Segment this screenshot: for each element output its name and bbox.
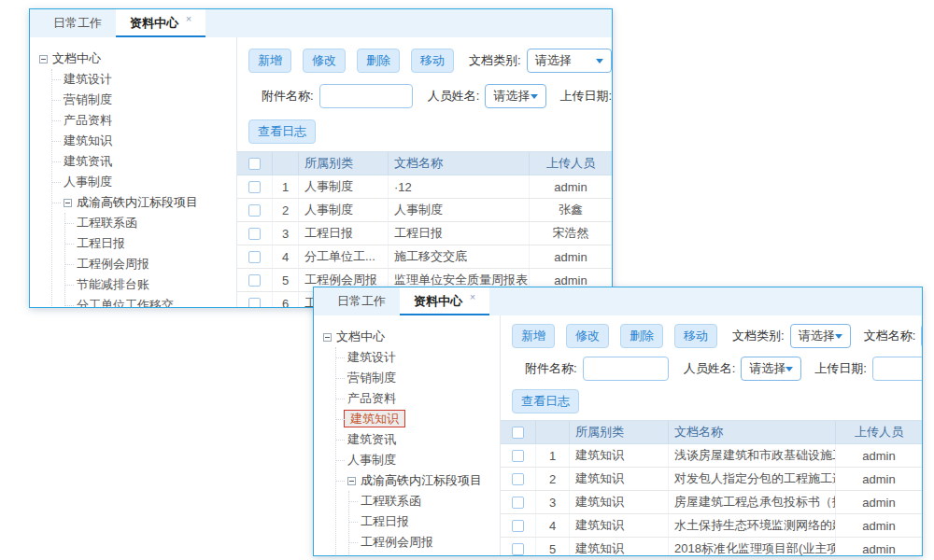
chevron-down-icon xyxy=(531,94,538,99)
tree-item-product-data[interactable]: 产品资料 xyxy=(52,110,236,131)
view-log-button[interactable]: 查看日志 xyxy=(512,389,579,413)
attachment-name-input[interactable] xyxy=(583,357,669,381)
tree-item-daily-report[interactable]: 工程日报 xyxy=(349,511,500,532)
delete-button[interactable]: 删除 xyxy=(357,49,400,73)
tab-label: 资料中心 xyxy=(414,294,462,308)
select-all-checkbox[interactable] xyxy=(512,427,524,439)
document-tree: 文档中心 建筑设计 营销制度 产品资料 建筑知识 建筑资讯 人事制度 成渝高铁内… xyxy=(30,37,237,307)
edit-button[interactable]: 修改 xyxy=(566,324,609,348)
move-button[interactable]: 移动 xyxy=(411,49,454,73)
row-checkbox[interactable] xyxy=(248,181,261,193)
tree-item-project[interactable]: 成渝高铁内江标段项目 xyxy=(52,192,236,213)
tab-bar: 日常工作 资料中心 × xyxy=(314,287,922,315)
tree-item-daily-report[interactable]: 工程日报 xyxy=(65,233,236,254)
edit-button[interactable]: 修改 xyxy=(303,49,346,73)
doc-category-select[interactable]: 请选择 xyxy=(790,324,851,348)
chevron-down-icon xyxy=(835,334,842,339)
collapse-minus-icon[interactable] xyxy=(323,333,332,342)
table-row[interactable]: 2 人事制度 人事制度 张鑫 xyxy=(237,199,612,222)
row-checkbox[interactable] xyxy=(512,520,524,532)
view-log-button[interactable]: 查看日志 xyxy=(248,119,316,144)
delete-button[interactable]: 删除 xyxy=(620,324,663,348)
doc-name-header: 文档名称 xyxy=(389,152,530,175)
tree-item-weekly-meeting[interactable]: 工程例会周报 xyxy=(349,532,500,553)
chevron-down-icon xyxy=(596,59,603,63)
category-header: 所属别类 xyxy=(299,152,389,175)
toolbar-row-filters: 附件名称: 人员姓名: 请选择 上传日期: xyxy=(237,84,612,108)
doc-name-input[interactable] xyxy=(921,324,922,348)
tree-item-hr-system[interactable]: 人事制度 xyxy=(336,450,500,470)
selected-value: 请选择 xyxy=(493,88,530,105)
row-checkbox[interactable] xyxy=(248,251,261,263)
row-checkbox[interactable] xyxy=(512,543,524,555)
row-checkbox[interactable] xyxy=(248,204,261,217)
close-icon[interactable]: × xyxy=(470,291,475,302)
tab-data-center[interactable]: 资料中心 × xyxy=(116,9,205,37)
tree-item-building-design[interactable]: 建筑设计 xyxy=(52,69,236,90)
table-row[interactable]: 1 建筑知识 浅谈房屋建筑和市政基础设施工程施... admin xyxy=(501,444,922,468)
attachment-name-input[interactable] xyxy=(319,84,413,108)
row-checkbox[interactable] xyxy=(512,450,524,462)
tree-item-building-knowledge-selected[interactable]: 建筑知识 xyxy=(336,409,500,429)
move-button[interactable]: 移动 xyxy=(674,324,717,348)
tree-item-energy-ledger[interactable]: 节能减排台账 xyxy=(65,274,236,295)
tree-item-document-center[interactable]: 文档中心 xyxy=(39,49,236,69)
tree-item-building-knowledge[interactable]: 建筑知识 xyxy=(52,131,236,151)
tree-item-building-news[interactable]: 建筑资讯 xyxy=(52,151,236,172)
tree-item-product-data[interactable]: 产品资料 xyxy=(336,388,500,409)
add-button[interactable]: 新增 xyxy=(248,49,291,73)
toolbar-row-actions: 新增 修改 删除 移动 文档类别: 请选择 文档名称: xyxy=(501,324,922,348)
tree-item-contact-letter[interactable]: 工程联系函 xyxy=(349,491,500,511)
table-row[interactable]: 3 工程日报 工程日报 宋浩然 xyxy=(237,222,612,245)
toolbar-row-filters: 附件名称: 人员姓名: 请选择 上传日期: xyxy=(501,357,922,381)
table-row[interactable]: 5 建筑知识 2018标准化监理项目部(业主项目部)... admin xyxy=(501,538,922,555)
tree-item-building-design[interactable]: 建筑设计 xyxy=(336,347,500,368)
tree-item-marketing-system[interactable]: 营销制度 xyxy=(52,90,236,110)
table-row[interactable]: 4 分工单位工... 施工移交交底 admin xyxy=(237,245,612,269)
collapse-minus-icon[interactable] xyxy=(39,55,48,63)
tree-item-marketing-system[interactable]: 营销制度 xyxy=(336,368,500,388)
tree-item-energy-ledger[interactable]: 节能减排台账 xyxy=(349,553,500,555)
data-center-window-back: 日常工作 资料中心 × 文档中心 建筑设计 营销制度 产品资料 建筑知识 建筑资… xyxy=(29,8,613,308)
document-tree: 文档中心 建筑设计 营销制度 产品资料 建筑知识 建筑资讯 人事制度 成渝高铁内… xyxy=(314,315,501,555)
collapse-minus-icon[interactable] xyxy=(64,199,72,207)
collapse-minus-icon[interactable] xyxy=(347,477,356,485)
row-checkbox[interactable] xyxy=(248,274,261,287)
tab-data-center[interactable]: 资料中心 × xyxy=(400,287,489,315)
tree-item-document-center[interactable]: 文档中心 xyxy=(323,327,500,347)
doc-category-select[interactable]: 请选择 xyxy=(527,49,612,73)
doc-name-header: 文档名称 xyxy=(669,421,836,443)
tree-item-building-news[interactable]: 建筑资讯 xyxy=(336,429,500,450)
doc-category-label: 文档类别: xyxy=(732,328,785,344)
add-button[interactable]: 新增 xyxy=(512,324,555,348)
person-name-select[interactable]: 请选择 xyxy=(741,357,801,381)
tree-item-work-transfer[interactable]: 分工单位工作移交 xyxy=(65,295,236,307)
tree-label: 成渝高铁内江标段项目 xyxy=(77,192,198,213)
tree-label: 文档中心 xyxy=(52,50,101,67)
table-row[interactable]: 2 建筑知识 对发包人指定分包的工程施工进度安... admin xyxy=(501,468,922,491)
table-row[interactable]: 3 建筑知识 房屋建筑工程总承包投标书（技术标... admin xyxy=(501,491,922,514)
row-checkbox[interactable] xyxy=(512,473,524,485)
tree-item-hr-system[interactable]: 人事制度 xyxy=(52,172,236,192)
tab-label: 资料中心 xyxy=(130,16,178,30)
row-checkbox[interactable] xyxy=(512,497,524,509)
tab-daily-work[interactable]: 日常工作 xyxy=(39,9,116,37)
tree-item-weekly-meeting[interactable]: 工程例会周报 xyxy=(65,254,236,274)
upload-date-input[interactable] xyxy=(872,357,922,381)
tree-item-contact-letter[interactable]: 工程联系函 xyxy=(65,213,236,233)
toolbar-row-log: 查看日志 xyxy=(501,389,922,413)
tree-label: 文档中心 xyxy=(336,329,385,345)
table-row[interactable]: 1 人事制度 ·12 admin xyxy=(237,175,612,199)
person-name-select[interactable]: 请选择 xyxy=(485,84,546,108)
close-icon[interactable]: × xyxy=(186,13,191,24)
upload-date-label: 上传日期: xyxy=(814,360,867,377)
tree-item-project[interactable]: 成渝高铁内江标段项目 xyxy=(336,470,500,491)
doc-category-label: 文档类别: xyxy=(469,52,521,69)
upload-date-label: 上传日期: xyxy=(559,88,612,105)
doc-name-label: 文档名称: xyxy=(864,328,916,344)
row-checkbox[interactable] xyxy=(248,298,261,308)
table-row[interactable]: 4 建筑知识 水土保持生态环境监测网络的建设与... admin xyxy=(501,514,922,538)
select-all-checkbox[interactable] xyxy=(248,158,261,170)
row-checkbox[interactable] xyxy=(248,228,261,240)
tab-daily-work[interactable]: 日常工作 xyxy=(323,287,400,315)
